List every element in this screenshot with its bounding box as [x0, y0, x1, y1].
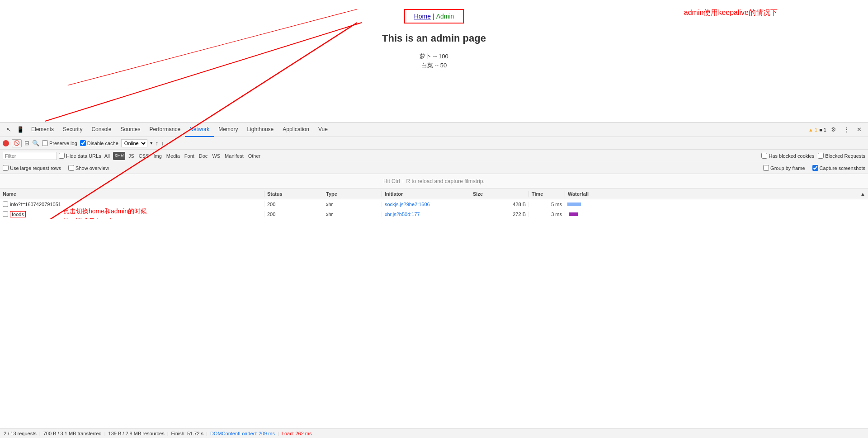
row-waterfall-0	[565, 199, 868, 209]
col-header-initiator[interactable]: Initiator	[382, 191, 470, 197]
show-overview-checkbox[interactable]	[68, 165, 74, 171]
options-bar: Use large request rows Show overview Gro…	[0, 162, 868, 174]
row-initiator-1[interactable]: xhr.js?b50d:177	[382, 212, 470, 217]
row-initiator-0[interactable]: sockjs.js?9be2:1606	[382, 202, 470, 207]
row-time-0: 5 ms	[529, 202, 565, 207]
row-type-1: xhr	[323, 212, 382, 217]
devtools: ↖ 📱 Elements Security Console Sources Pe…	[0, 122, 868, 219]
close-btn[interactable]: ✕	[854, 122, 864, 137]
hide-data-urls-label[interactable]: Hide data URLs	[59, 153, 101, 159]
capture-screenshots-checkbox[interactable]	[812, 165, 818, 171]
group-by-frame-checkbox[interactable]	[763, 165, 769, 171]
tab-application[interactable]: Application	[278, 122, 314, 137]
col-header-name[interactable]: Name	[0, 191, 264, 197]
col-header-size[interactable]: Size	[470, 191, 529, 197]
filter-all-btn[interactable]: All	[103, 152, 111, 160]
devtools-tabs: ↖ 📱 Elements Security Console Sources Pe…	[0, 122, 868, 137]
row-type-0: xhr	[323, 202, 382, 207]
row-checkbox-0[interactable]	[3, 201, 8, 207]
filter-bar: Hide data URLs All XHR JS CSS Img Media …	[0, 150, 868, 162]
filter-input[interactable]	[3, 152, 57, 160]
disable-cache-checkbox[interactable]	[80, 140, 86, 146]
nav-bar: Home | Admin	[404, 9, 464, 24]
row-size-0: 428 B	[470, 202, 529, 207]
filter-js-btn[interactable]: JS	[127, 152, 136, 160]
filmstrip-area: Hit Ctrl + R to reload and capture films…	[0, 174, 868, 188]
row-status-1: 200	[264, 212, 323, 217]
annotation-click-switch: 点击切换home和admin的时候 接口请求只有一次	[63, 206, 147, 219]
has-blocked-cookies-label[interactable]: Has blocked cookies	[761, 153, 814, 159]
row-size-1: 272 B	[470, 212, 529, 217]
search-btn[interactable]: 🔍	[32, 140, 39, 146]
col-header-type[interactable]: Type	[323, 191, 382, 197]
item-cabbage: 白菜 -- 50	[420, 61, 448, 70]
has-blocked-cookies-checkbox[interactable]	[761, 153, 767, 159]
tab-memory[interactable]: Memory	[214, 122, 242, 137]
filter-other-btn[interactable]: Other	[247, 152, 262, 160]
table-body: info?t=1607420791051 200 xhr sockjs.js?9…	[0, 199, 868, 219]
tab-elements[interactable]: Elements	[27, 122, 58, 137]
page-title: This is an admin page	[382, 33, 486, 44]
item-carrot: 萝卜 -- 100	[420, 52, 448, 61]
download-btn[interactable]: ↓	[161, 140, 164, 146]
table-header: Name Status Type Initiator Size Time Wat…	[0, 188, 868, 199]
filter-font-btn[interactable]: Font	[183, 152, 196, 160]
page-content: 萝卜 -- 100 白菜 -- 50	[420, 52, 448, 71]
filmstrip-hint: Hit Ctrl + R to reload and capture films…	[383, 178, 485, 184]
nav-separator: |	[433, 13, 434, 20]
warning-count: ▲ 1	[808, 127, 817, 132]
more-btn[interactable]: ⋮	[841, 122, 852, 137]
filter-doc-btn[interactable]: Doc	[198, 152, 209, 160]
row-checkbox-1[interactable]	[3, 211, 8, 217]
filter-css-btn[interactable]: CSS	[137, 152, 151, 160]
inspect-element-btn[interactable]: ↖	[4, 122, 14, 137]
tab-sources[interactable]: Sources	[116, 122, 145, 137]
throttle-select[interactable]: Online	[121, 139, 147, 147]
col-header-time[interactable]: Time	[529, 191, 565, 197]
col-header-waterfall[interactable]: Waterfall ▲	[565, 191, 868, 197]
tab-lighthouse[interactable]: Lighthouse	[243, 122, 278, 137]
settings-btn[interactable]: ⚙	[828, 122, 839, 137]
annotation-keepalive: admin使用keepalive的情况下	[684, 8, 778, 18]
row-time-1: 3 ms	[529, 212, 565, 217]
disable-cache-label[interactable]: Disable cache	[80, 140, 118, 146]
filter-toggle-btn[interactable]: ⊟	[24, 140, 29, 146]
svg-line-1	[45, 23, 362, 121]
filter-img-btn[interactable]: Img	[152, 152, 163, 160]
tab-console[interactable]: Console	[87, 122, 116, 137]
row-name-highlighted: foods	[10, 211, 26, 217]
tab-vue[interactable]: Vue	[314, 122, 332, 137]
error-count: ■ 1	[819, 127, 826, 132]
col-header-status[interactable]: Status	[264, 191, 323, 197]
sort-icon: ▲	[860, 191, 865, 197]
capture-screenshots-label[interactable]: Capture screenshots	[812, 165, 866, 171]
group-by-frame-label[interactable]: Group by frame	[763, 165, 805, 171]
hide-data-urls-checkbox[interactable]	[59, 153, 65, 159]
network-toolbar: 🚫 ⊟ 🔍 Preserve log Disable cache Online …	[0, 137, 868, 150]
devtools-panel: ↖ 📱 Elements Security Console Sources Pe…	[0, 122, 868, 219]
upload-btn[interactable]: ↑	[156, 140, 159, 146]
nav-admin-link[interactable]: Admin	[436, 13, 454, 20]
filter-manifest-btn[interactable]: Manifest	[223, 152, 245, 160]
clear-btn[interactable]: 🚫	[12, 139, 22, 147]
preserve-log-checkbox[interactable]	[42, 140, 48, 146]
record-btn[interactable]	[3, 140, 9, 146]
nav-home-link[interactable]: Home	[414, 13, 431, 20]
device-toggle-btn[interactable]: 📱	[14, 122, 27, 137]
tab-performance[interactable]: Performance	[145, 122, 185, 137]
row-status-0: 200	[264, 202, 323, 207]
filter-right-options: Has blocked cookies Blocked Requests	[761, 153, 865, 159]
browser-page: admin使用keepalive的情况下 Home | Admin This i…	[0, 0, 868, 122]
tab-security[interactable]: Security	[58, 122, 87, 137]
preserve-log-label[interactable]: Preserve log	[42, 140, 77, 146]
filter-xhr-btn[interactable]: XHR	[113, 152, 125, 160]
use-large-rows-label[interactable]: Use large request rows	[3, 165, 61, 171]
show-overview-label[interactable]: Show overview	[68, 165, 109, 171]
blocked-requests-label[interactable]: Blocked Requests	[818, 153, 865, 159]
filter-media-btn[interactable]: Media	[165, 152, 181, 160]
blocked-requests-checkbox[interactable]	[818, 153, 824, 159]
filter-ws-btn[interactable]: WS	[211, 152, 222, 160]
tab-network[interactable]: Network	[185, 122, 214, 137]
svg-line-0	[68, 9, 357, 85]
use-large-rows-checkbox[interactable]	[3, 165, 9, 171]
